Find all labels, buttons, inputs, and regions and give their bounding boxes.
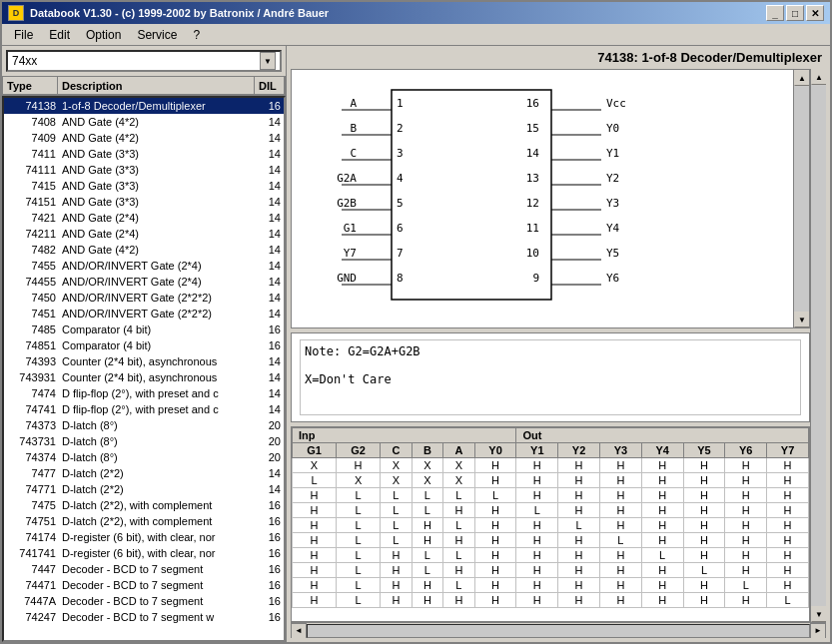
- window-controls: _ □ ✕: [766, 5, 824, 21]
- component-list-area: Type Description DIL 74138 1-of-8 Decode…: [2, 76, 286, 642]
- truth-cell: H: [293, 578, 337, 593]
- truth-cell: H: [725, 503, 767, 518]
- list-header: Type Description DIL: [2, 76, 286, 96]
- truth-cell: H: [293, 503, 337, 518]
- truth-cell: H: [683, 473, 725, 488]
- truth-cell: H: [683, 548, 725, 563]
- truth-cell: H: [767, 578, 809, 593]
- list-item[interactable]: 743731 D-latch (8°) 20: [4, 433, 284, 449]
- svg-text:Y7: Y7: [344, 247, 357, 260]
- list-item[interactable]: 7455 AND/OR/INVERT Gate (2*4) 14: [4, 258, 284, 274]
- right-panel-scrollbar[interactable]: ▲ ▼: [810, 69, 826, 622]
- truth-cell: H: [641, 503, 683, 518]
- list-item[interactable]: 7409 AND Gate (4*2) 14: [4, 130, 284, 146]
- truth-cell: H: [641, 578, 683, 593]
- title-bar: D Databook V1.30 - (c) 1999-2002 by Batr…: [2, 2, 830, 24]
- list-item[interactable]: 7421 AND Gate (2*4) 14: [4, 210, 284, 226]
- list-item[interactable]: 74151 AND Gate (3*3) 14: [4, 194, 284, 210]
- list-item[interactable]: 7485 Comparator (4 bit) 16: [4, 322, 284, 337]
- list-item[interactable]: 74471 Decoder - BCD to 7 segment 16: [4, 577, 284, 593]
- list-item[interactable]: 74111 AND Gate (3*3) 14: [4, 162, 284, 178]
- list-item[interactable]: 7474 D flip-flop (2°), with preset and c…: [4, 385, 284, 401]
- list-item[interactable]: 74751 D-latch (2*2), with complement 16: [4, 513, 284, 529]
- svg-text:Y0: Y0: [606, 122, 619, 135]
- close-button[interactable]: ✕: [806, 5, 824, 21]
- cell-dil: 14: [254, 353, 284, 369]
- menu-service[interactable]: Service: [129, 26, 185, 44]
- menu-file[interactable]: File: [6, 26, 41, 44]
- list-item[interactable]: 74771 D-latch (2*2) 14: [4, 481, 284, 497]
- list-item[interactable]: 74851 Comparator (4 bit) 16: [4, 337, 284, 353]
- svg-text:Y3: Y3: [606, 197, 619, 210]
- col-header-dil: DIL: [255, 77, 285, 94]
- truth-cell: L: [443, 548, 475, 563]
- scroll-left-btn[interactable]: ◄: [291, 623, 307, 639]
- truth-cell: H: [683, 518, 725, 533]
- combo-arrow-icon[interactable]: ▼: [260, 52, 276, 70]
- truth-cell: X: [443, 473, 475, 488]
- cell-dil: 16: [254, 561, 284, 577]
- cell-type: 74471: [4, 577, 59, 593]
- list-item[interactable]: 7411 AND Gate (3*3) 14: [4, 146, 284, 162]
- right-scroll-down[interactable]: ▼: [811, 606, 826, 622]
- minimize-button[interactable]: _: [766, 5, 784, 21]
- truth-cell: L: [337, 488, 381, 503]
- truth-cell: H: [683, 578, 725, 593]
- diagram-scroll-down[interactable]: ▼: [794, 312, 810, 327]
- bottom-scrollbar[interactable]: ◄ ►: [291, 622, 826, 638]
- scroll-right-btn[interactable]: ►: [810, 623, 826, 639]
- cell-desc: Decoder - BCD to 7 segment: [59, 577, 254, 593]
- cell-type: 74151: [4, 194, 59, 210]
- truth-cell: L: [337, 503, 381, 518]
- list-item[interactable]: 7475 D-latch (2*2), with complement 16: [4, 497, 284, 513]
- truth-cell: H: [443, 563, 475, 578]
- truth-cell: H: [767, 518, 809, 533]
- menu-edit[interactable]: Edit: [41, 26, 78, 44]
- cell-dil: 16: [254, 545, 284, 561]
- list-item[interactable]: 74741 D flip-flop (2°), with preset and …: [4, 401, 284, 417]
- truth-table-area[interactable]: Inp Out G1 G2 C B A Y0: [291, 426, 810, 622]
- cell-desc: AND Gate (4*2): [59, 130, 254, 146]
- category-select[interactable]: 74xx ▼: [6, 50, 282, 72]
- menu-help[interactable]: ?: [185, 26, 208, 44]
- truth-cell: H: [641, 533, 683, 548]
- list-item[interactable]: 7477 D-latch (2*2) 14: [4, 465, 284, 481]
- cell-dil: 14: [254, 290, 284, 306]
- list-item[interactable]: 7451 AND/OR/INVERT Gate (2*2*2) 14: [4, 306, 284, 322]
- cell-desc: D-latch (2*2): [59, 465, 254, 481]
- th-y0: Y0: [474, 443, 516, 458]
- list-item[interactable]: 74393 Counter (2*4 bit), asynchronous 14: [4, 353, 284, 369]
- list-item[interactable]: 74138 1-of-8 Decoder/Demultiplexer 16: [4, 98, 284, 114]
- cell-desc: AND Gate (4*2): [59, 242, 254, 258]
- restore-button[interactable]: □: [786, 5, 804, 21]
- diagram-scroll-up[interactable]: ▲: [794, 70, 810, 86]
- list-item[interactable]: 74373 D-latch (8°) 20: [4, 417, 284, 433]
- truth-cell: H: [558, 548, 600, 563]
- truth-cell: H: [767, 548, 809, 563]
- list-item[interactable]: 7415 AND Gate (3*3) 14: [4, 178, 284, 194]
- right-scroll-up[interactable]: ▲: [811, 69, 826, 85]
- svg-text:10: 10: [526, 247, 539, 260]
- menu-option[interactable]: Option: [78, 26, 129, 44]
- list-item[interactable]: 7482 AND Gate (4*2) 14: [4, 242, 284, 258]
- svg-text:Y5: Y5: [606, 247, 619, 260]
- svg-text:7: 7: [397, 247, 404, 260]
- list-item[interactable]: 7450 AND/OR/INVERT Gate (2*2*2) 14: [4, 290, 284, 306]
- list-item[interactable]: 74174 D-register (6 bit), with clear, no…: [4, 529, 284, 545]
- list-item[interactable]: 74374 D-latch (8°) 20: [4, 449, 284, 465]
- list-item[interactable]: 74211 AND Gate (2*4) 14: [4, 226, 284, 242]
- svg-text:Y2: Y2: [606, 172, 619, 185]
- list-item[interactable]: 741741 D-register (6 bit), with clear, n…: [4, 545, 284, 561]
- component-list[interactable]: 74138 1-of-8 Decoder/Demultiplexer 16 74…: [2, 96, 286, 642]
- list-item[interactable]: 7408 AND Gate (4*2) 14: [4, 114, 284, 130]
- list-item[interactable]: 74247 Decoder - BCD to 7 segment w 16: [4, 609, 284, 625]
- list-item[interactable]: 74455 AND/OR/INVERT Gate (2*4) 14: [4, 274, 284, 290]
- truth-cell: H: [558, 593, 600, 608]
- svg-text:Y4: Y4: [606, 222, 620, 235]
- truth-cell: X: [443, 458, 475, 473]
- truth-cell: H: [474, 548, 516, 563]
- list-item[interactable]: 7447 Decoder - BCD to 7 segment 16: [4, 561, 284, 577]
- diagram-scrollbar[interactable]: ▲ ▼: [793, 70, 809, 327]
- list-item[interactable]: 743931 Counter (2*4 bit), asynchronous 1…: [4, 369, 284, 385]
- list-item[interactable]: 7447A Decoder - BCD to 7 segment 16: [4, 593, 284, 609]
